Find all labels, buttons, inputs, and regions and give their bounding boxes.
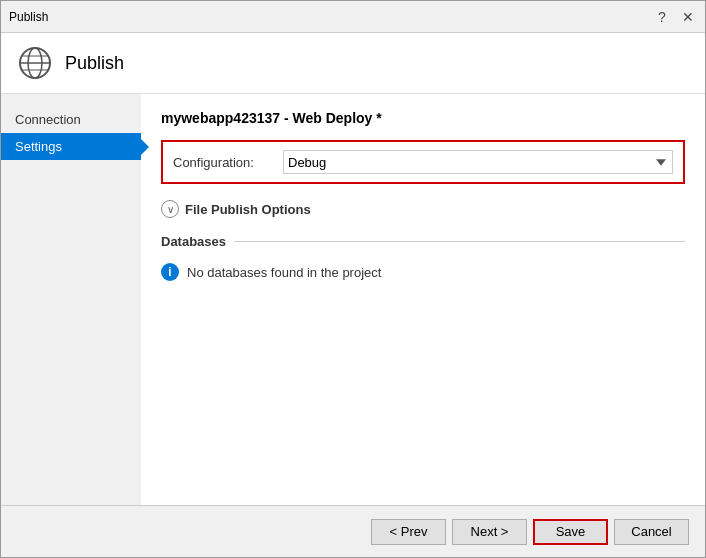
- no-db-row: i No databases found in the project: [161, 259, 685, 285]
- save-button[interactable]: Save: [533, 519, 608, 545]
- help-button[interactable]: ?: [653, 8, 671, 26]
- next-button[interactable]: Next >: [452, 519, 527, 545]
- title-bar-left: Publish: [9, 10, 48, 24]
- close-button[interactable]: ✕: [679, 8, 697, 26]
- file-publish-label: File Publish Options: [185, 202, 311, 217]
- title-bar-buttons: ? ✕: [653, 8, 697, 26]
- cancel-button[interactable]: Cancel: [614, 519, 689, 545]
- config-row: Configuration: Debug Release: [173, 150, 673, 174]
- title-bar: Publish ? ✕: [1, 1, 705, 33]
- databases-title: Databases: [161, 234, 226, 249]
- file-publish-row[interactable]: ∨ File Publish Options: [161, 194, 685, 224]
- info-icon: i: [161, 263, 179, 281]
- databases-divider: [234, 241, 685, 242]
- config-label: Configuration:: [173, 155, 273, 170]
- sidebar: Connection Settings: [1, 94, 141, 505]
- body-area: Connection Settings mywebapp423137 - Web…: [1, 94, 705, 505]
- header-area: Publish: [1, 33, 705, 94]
- no-db-text: No databases found in the project: [187, 265, 381, 280]
- sidebar-connection-label: Connection: [15, 112, 81, 127]
- globe-icon: [17, 45, 53, 81]
- databases-section: Databases i No databases found in the pr…: [161, 234, 685, 285]
- dialog-title: Publish: [9, 10, 48, 24]
- config-select[interactable]: Debug Release: [283, 150, 673, 174]
- databases-header: Databases: [161, 234, 685, 249]
- deploy-title: mywebapp423137 - Web Deploy *: [161, 110, 685, 126]
- config-section: Configuration: Debug Release: [161, 140, 685, 184]
- chevron-down-icon: ∨: [161, 200, 179, 218]
- header-title: Publish: [65, 53, 124, 74]
- main-content: mywebapp423137 - Web Deploy * Configurat…: [141, 94, 705, 505]
- sidebar-settings-label: Settings: [15, 139, 62, 154]
- publish-dialog: Publish ? ✕ Publish Connection Settings: [0, 0, 706, 558]
- sidebar-item-settings[interactable]: Settings: [1, 133, 141, 160]
- sidebar-item-connection[interactable]: Connection: [1, 106, 141, 133]
- footer: < Prev Next > Save Cancel: [1, 505, 705, 557]
- prev-button[interactable]: < Prev: [371, 519, 446, 545]
